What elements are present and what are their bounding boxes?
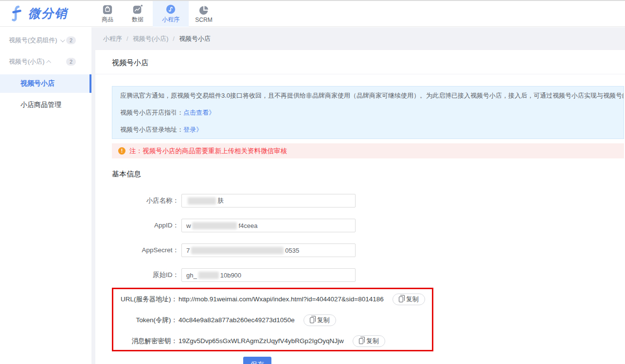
save-button[interactable]: 保存 xyxy=(243,357,271,364)
copy-url-button[interactable]: 复制 xyxy=(393,294,425,305)
value-prefix: w xyxy=(186,222,191,229)
sidebar-item-label: 视频号小店 xyxy=(20,79,54,88)
copy-encoding-key-button[interactable]: 复制 xyxy=(353,335,385,347)
nav-tab-scrm[interactable]: SCRM xyxy=(189,1,219,27)
bag-icon xyxy=(102,4,113,15)
warning-icon: ! xyxy=(118,147,125,155)
server-row-token: Token(令牌)： 40c84e9a82a877ab260ec49273d10… xyxy=(113,313,432,327)
notice-line-3: 视频号小店登录地址：登录》 xyxy=(120,121,616,138)
title-divider xyxy=(95,74,625,74)
masked-value xyxy=(198,272,219,279)
breadcrumb: 小程序 / 视频号(小店) / 视频号小店 xyxy=(91,27,625,50)
copy-button-label: 复制 xyxy=(406,295,419,304)
sidebar-group-badge: 2 xyxy=(66,36,76,44)
copy-icon xyxy=(399,296,403,302)
server-row-label: 消息解密密钥： xyxy=(113,337,178,346)
nav-tab-label: 小程序 xyxy=(162,16,179,24)
page-title: 视频号小店 xyxy=(112,58,148,68)
chart-icon xyxy=(132,4,143,15)
sidebar-group-label: 视频号(小店) xyxy=(9,57,45,66)
breadcrumb-item-current: 视频号小店 xyxy=(179,35,211,43)
copy-icon xyxy=(310,317,314,323)
guide-link[interactable]: 点击查看》 xyxy=(183,109,215,116)
appid-field[interactable]: wf4ceea xyxy=(181,219,356,232)
brand-logo-icon xyxy=(11,5,24,21)
top-header: 微分销 商品 数据 xyxy=(0,1,625,27)
miniprogram-icon xyxy=(165,4,176,15)
form-row-appsecret: AppSecret： 70535 xyxy=(95,243,625,257)
sidebar-item-video-shop[interactable]: 视频号小店 xyxy=(0,74,91,93)
sidebar-item-shop-goods[interactable]: 小店商品管理 xyxy=(0,96,91,114)
notice-text: 应腾讯官方通知，原视频号交易组件3.0接口将收回，且不再提供给非品牌商家使用（品… xyxy=(120,92,624,99)
sidebar-item-label: 小店商品管理 xyxy=(20,101,61,109)
notice-line-1: 应腾讯官方通知，原视频号交易组件3.0接口将收回，且不再提供给非品牌商家使用（品… xyxy=(120,87,616,104)
shop-name-field[interactable]: 肤 xyxy=(181,194,356,208)
info-notice-box: 应腾讯官方通知，原视频号交易组件3.0接口将收回，且不再提供给非品牌商家使用（品… xyxy=(112,86,624,139)
brand-name: 微分销 xyxy=(28,5,68,21)
value-suffix: 肤 xyxy=(217,196,224,205)
breadcrumb-separator: / xyxy=(173,35,175,42)
server-row-label: Token(令牌)： xyxy=(113,316,178,325)
nav-tab-label: SCRM xyxy=(195,17,212,23)
masked-value xyxy=(188,197,216,205)
encoding-key-value: 19Zgv5Dvp65sGxWLRAgmZzUqyfV4ybRGp2IgOyqN… xyxy=(179,337,344,345)
notice-line-2: 视频号小店开店指引：点击查看》 xyxy=(120,104,616,121)
server-row-encoding-key: 消息解密密钥： 19Zgv5Dvp65sGxWLRAgmZzUqyfV4ybRG… xyxy=(113,334,432,347)
copy-button-label: 复制 xyxy=(366,337,379,346)
nav-tab-products[interactable]: 商品 xyxy=(92,1,123,27)
server-url-value: http://mob.91weimai.com/Wxapi/index.html… xyxy=(179,295,384,303)
main-card: 视频号小店 应腾讯官方通知，原视频号交易组件3.0接口将收回，且不再提供给非品牌… xyxy=(95,50,625,364)
copy-icon xyxy=(359,338,363,344)
chevron-down-icon xyxy=(60,37,65,42)
brand-logo[interactable]: 微分销 xyxy=(11,5,68,21)
breadcrumb-separator: / xyxy=(126,35,128,42)
sidebar-group-label: 视频号(交易组件) xyxy=(9,36,57,45)
field-label: 小店名称： xyxy=(95,196,179,205)
form-row-appid: AppID： wf4ceea xyxy=(95,219,625,232)
breadcrumb-item[interactable]: 视频号(小店) xyxy=(133,35,169,43)
sidebar-group-badge: 2 xyxy=(66,58,76,66)
copy-button-label: 复制 xyxy=(317,316,330,325)
form-row-shop-name: 小店名称： 肤 xyxy=(95,194,625,208)
app-window: 微分销 商品 数据 xyxy=(0,0,625,364)
sidebar-group-trade-component[interactable]: 视频号(交易组件) 2 xyxy=(0,32,91,49)
field-label: AppSecret： xyxy=(95,246,179,255)
content-area: 小程序 / 视频号(小店) / 视频号小店 视频号小店 应腾讯官方通知，原视频号… xyxy=(91,27,625,364)
top-nav: 商品 数据 小程序 xyxy=(92,1,219,27)
warning-banner: ! 注：视频号小店的商品需要重新上传相关资料微信审核 xyxy=(112,143,624,158)
original-id-field[interactable]: gh_10b900 xyxy=(181,268,356,282)
masked-value xyxy=(192,222,237,229)
token-value: 40c84e9a82a877ab260ec49273d1050e xyxy=(179,316,295,324)
value-prefix: 7 xyxy=(186,247,190,254)
value-prefix: gh_ xyxy=(186,272,197,279)
sidebar: 视频号(交易组件) 2 视频号(小店) 2 视频号小店 小店商品管理 xyxy=(0,27,91,364)
nav-tab-label: 商品 xyxy=(102,16,113,24)
login-link[interactable]: 登录》 xyxy=(183,126,202,133)
value-suffix: 0535 xyxy=(285,247,299,254)
guide-label: 视频号小店开店指引： xyxy=(120,109,183,116)
pie-icon xyxy=(198,5,209,16)
sidebar-group-shop[interactable]: 视频号(小店) 2 xyxy=(0,53,91,70)
server-row-url: URL(服务器地址)： http://mob.91weimai.com/Wxap… xyxy=(113,293,432,306)
warning-text: 注：视频号小店的商品需要重新上传相关资料微信审核 xyxy=(129,147,287,156)
login-label: 视频号小店登录地址： xyxy=(120,126,183,133)
masked-value xyxy=(191,247,284,254)
form-row-original-id: 原始ID： gh_10b900 xyxy=(95,268,625,282)
chevron-up-icon xyxy=(46,60,51,65)
breadcrumb-item[interactable]: 小程序 xyxy=(103,35,122,43)
value-suffix: f4ceea xyxy=(238,222,257,229)
field-label: AppID： xyxy=(95,221,179,230)
server-row-label: URL(服务器地址)： xyxy=(113,295,178,304)
section-title-basic-info: 基本信息 xyxy=(112,170,141,179)
server-info-box: URL(服务器地址)： http://mob.91weimai.com/Wxap… xyxy=(112,288,433,351)
value-suffix: 10b900 xyxy=(220,272,241,279)
nav-tab-miniprogram[interactable]: 小程序 xyxy=(153,1,189,27)
nav-tab-data[interactable]: 数据 xyxy=(123,1,153,27)
appsecret-field[interactable]: 70535 xyxy=(181,243,356,257)
field-label: 原始ID： xyxy=(95,271,179,279)
nav-tab-label: 数据 xyxy=(132,16,143,24)
basic-info-form: 小店名称： 肤 AppID： wf4ceea AppSecret： 70535 xyxy=(95,194,625,293)
copy-token-button[interactable]: 复制 xyxy=(304,314,336,326)
